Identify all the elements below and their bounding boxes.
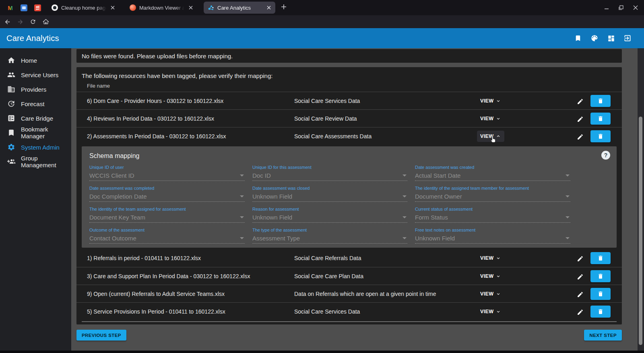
scrollbar-track[interactable]: [638, 48, 644, 351]
pencil-icon: [577, 98, 584, 105]
schema-mapping-title: Schema mapping: [89, 152, 140, 160]
new-tab-button[interactable]: [281, 4, 287, 11]
dropdown-arrow-icon: [402, 216, 407, 218]
sidebar-item-system-admin[interactable]: System Admin: [0, 140, 71, 154]
alert-banner: No files were found. Please upload files…: [76, 49, 622, 63]
sidebar-item-group-management[interactable]: Group Management: [0, 154, 71, 169]
schema-select-assigned-team-member[interactable]: The identity of the assigned team member…: [415, 185, 570, 206]
dropdown-arrow-icon: [240, 195, 244, 197]
close-icon[interactable]: [188, 4, 194, 11]
delete-button[interactable]: [590, 113, 611, 125]
schema-select-unique-id-of-user[interactable]: Unique ID of userWCCIS Client ID: [89, 164, 245, 185]
trash-icon: [597, 98, 604, 104]
file-name: 9) Open (current) Referrals to Adult Ser…: [87, 291, 225, 297]
pencil-icon: [577, 133, 584, 140]
edit-icon-button[interactable]: [575, 114, 585, 124]
delete-button[interactable]: [590, 252, 611, 264]
building-icon: [7, 85, 15, 93]
view-toggle-button[interactable]: VIEW: [477, 271, 504, 282]
delete-button[interactable]: [590, 95, 611, 107]
gmail-icon[interactable]: M: [7, 4, 14, 11]
delete-button[interactable]: [590, 288, 611, 300]
tab-care-analytics[interactable]: Care Analytics: [204, 2, 275, 14]
minimize-icon[interactable]: [602, 3, 611, 12]
edit-icon-button[interactable]: [575, 271, 585, 282]
delete-button[interactable]: [590, 270, 611, 282]
tab-markdown-viewer[interactable]: Markdown Viewer and Ed: [126, 2, 197, 14]
reload-icon[interactable]: [27, 16, 39, 27]
close-icon[interactable]: [266, 4, 272, 11]
tab-cleanup-home-page[interactable]: Cleanup home page by a: [47, 2, 119, 14]
view-toggle-button[interactable]: VIEW: [477, 95, 504, 107]
schema-select-type[interactable]: The type of the assessmentAssessment Typ…: [252, 227, 407, 248]
sidebar-item-care-bridge[interactable]: Care Bridge: [0, 111, 71, 125]
forward-icon[interactable]: [14, 16, 26, 27]
scrollbar-thumb[interactable]: [639, 117, 642, 345]
next-step-button[interactable]: NEXT STEP: [584, 330, 622, 341]
schema-select-date-created[interactable]: Date assessment was createdActual Start …: [415, 164, 570, 185]
schema-select-date-closed[interactable]: Date assessment was closedUnknown Field: [252, 185, 407, 206]
theme-palette-icon[interactable]: [590, 34, 599, 43]
mapping-card: The following resources have been tagged…: [76, 67, 622, 324]
google-photos-icon[interactable]: [21, 4, 27, 11]
edit-icon-button[interactable]: [575, 131, 585, 142]
sidebar-item-label: Care Bridge: [21, 115, 53, 122]
edit-icon-button[interactable]: [575, 96, 585, 107]
file-name-column-header: File name: [76, 79, 622, 92]
trash-icon: [597, 291, 604, 297]
schema-select-free-text-notes[interactable]: Free text notes on assessmentUnknown Fie…: [415, 227, 570, 248]
trash-icon: [597, 255, 604, 261]
sidebar-item-bookmark-manager[interactable]: Bookmark Manager: [0, 125, 71, 140]
view-toggle-button[interactable]: VIEW: [477, 113, 504, 124]
file-row-expanded: 2) Assessments In Period Data - 030122 t…: [76, 127, 622, 145]
bookmark-icon[interactable]: [574, 34, 582, 43]
dashboard-icon[interactable]: [607, 34, 615, 43]
chevron-up-icon: [495, 133, 501, 139]
edit-icon-button[interactable]: [575, 307, 585, 317]
schema-select-reason[interactable]: Reason for assessmentUnknown Field: [252, 206, 407, 227]
view-toggle-button[interactable]: VIEW: [477, 288, 504, 300]
delete-button[interactable]: [590, 306, 611, 318]
close-icon[interactable]: [109, 4, 116, 11]
schema-select-team-assigned[interactable]: The identity of the team assigned for as…: [89, 206, 245, 227]
back-icon[interactable]: [2, 16, 13, 27]
schema-select-unique-id-assessment[interactable]: Unique ID for this assessmentDoc ID: [252, 164, 407, 185]
sidebar-item-providers[interactable]: Providers: [0, 82, 71, 96]
pencil-icon: [577, 291, 584, 298]
file-type: Social Care Review Data: [294, 115, 357, 122]
trash-icon: [597, 308, 604, 315]
close-window-icon[interactable]: [631, 3, 640, 12]
sidebar-item-label: Providers: [21, 86, 46, 93]
previous-step-button[interactable]: PREVIOUS STEP: [76, 330, 126, 341]
delete-button[interactable]: [590, 130, 611, 142]
schema-select-current-status[interactable]: Current status of assessmentForm Status: [415, 206, 570, 227]
chevron-down-icon: [495, 309, 501, 314]
schema-select-date-completed[interactable]: Date assessment was completedDoc Complet…: [89, 185, 245, 206]
file-name: 1) Referrals in period - 010411 to 16012…: [87, 255, 201, 261]
file-name: 3) Care and Support Plan In Period Data …: [87, 273, 250, 279]
file-row: 4) Reviews In Period Data - 030122 to 16…: [76, 109, 622, 127]
maximize-icon[interactable]: [617, 3, 625, 12]
window-bottom-edge: [0, 351, 644, 353]
edit-icon-button[interactable]: [575, 289, 585, 300]
todoist-icon[interactable]: [34, 4, 41, 11]
sidebar-item-home[interactable]: Home: [0, 53, 71, 68]
dropdown-arrow-icon: [240, 237, 244, 239]
view-toggle-button-open[interactable]: VIEW: [477, 131, 504, 142]
card-bottom-divider: [82, 321, 617, 322]
tab-title: Markdown Viewer and Ed: [139, 5, 184, 11]
pencil-icon: [577, 309, 584, 316]
view-toggle-button[interactable]: VIEW: [477, 252, 504, 264]
logout-icon[interactable]: [623, 34, 632, 43]
view-toggle-button[interactable]: VIEW: [477, 306, 504, 317]
schema-select-outcome[interactable]: Outcome of the assessmentContact Outcome: [89, 227, 245, 248]
help-icon[interactable]: ?: [601, 151, 610, 160]
trash-icon: [597, 273, 604, 279]
file-type: Data on Referrals which are open at a gi…: [294, 291, 436, 297]
home-browser-icon[interactable]: [40, 16, 52, 27]
file-name: 2) Assessments In Period Data - 030122 t…: [87, 133, 226, 140]
sidebar-item-forecast[interactable]: Forecast: [0, 96, 71, 111]
edit-icon-button[interactable]: [575, 253, 585, 264]
browser-tab-strip: M Cleanup home page by a Markdown Viewer…: [0, 0, 644, 15]
sidebar-item-service-users[interactable]: Service Users: [0, 68, 71, 82]
